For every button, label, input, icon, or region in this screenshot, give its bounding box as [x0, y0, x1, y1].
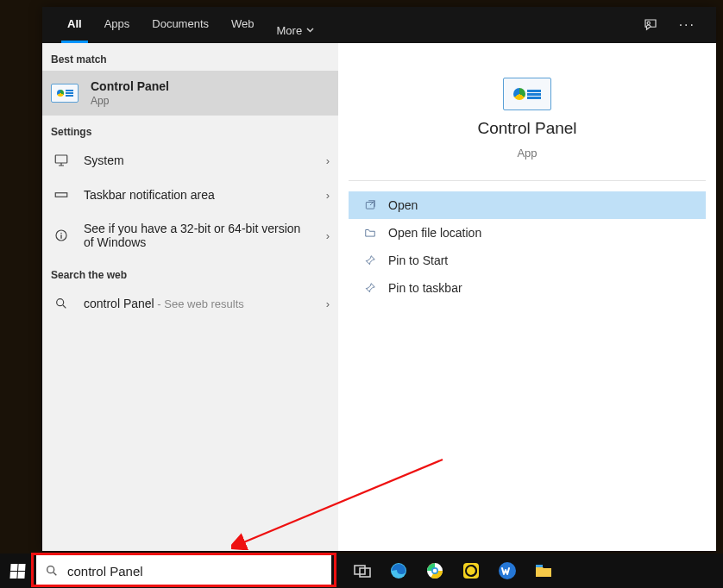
settings-item-label: Taskbar notification area	[84, 188, 314, 202]
pin-icon	[364, 254, 376, 266]
svg-point-17	[499, 562, 516, 579]
settings-item-system[interactable]: System ›	[42, 143, 338, 178]
svg-rect-6	[366, 203, 374, 210]
control-panel-icon	[503, 78, 551, 110]
start-button[interactable]	[0, 554, 35, 588]
svg-point-14	[433, 569, 437, 573]
svg-point-4	[60, 233, 62, 235]
task-view-icon	[352, 560, 373, 581]
best-match-title: Control Panel	[91, 79, 330, 93]
file-explorer-icon	[533, 560, 554, 581]
section-best-match: Best match	[42, 43, 338, 71]
pin-icon	[364, 282, 376, 294]
wps-icon	[497, 560, 518, 581]
monitor-icon	[51, 153, 72, 168]
search-tabs: All Apps Documents Web More ···	[42, 7, 716, 43]
edge-icon	[388, 560, 409, 581]
preview-title: Control Panel	[477, 119, 576, 138]
chevron-right-icon: ›	[326, 189, 330, 202]
settings-item-32-64-bit[interactable]: See if you have a 32-bit or 64-bit versi…	[42, 212, 338, 259]
web-result-suffix: - See web results	[154, 297, 244, 310]
svg-point-0	[647, 22, 650, 24]
chrome-icon	[424, 560, 445, 581]
preview-column: Control Panel App Open Open file locatio…	[338, 43, 716, 551]
taskbar-app-wps[interactable]	[490, 554, 525, 588]
feedback-icon[interactable]	[643, 17, 658, 33]
results-column: Best match Control Panel App Settings Sy…	[42, 43, 338, 551]
windows-logo-icon	[9, 564, 25, 579]
action-open[interactable]: Open	[349, 191, 706, 219]
taskbar-app-edge[interactable]	[381, 554, 416, 588]
taskbar-app-explorer[interactable]	[526, 554, 561, 588]
taskbar-search[interactable]	[36, 555, 331, 586]
info-icon	[51, 228, 72, 243]
control-panel-icon	[51, 84, 79, 103]
web-result-query: control Panel	[84, 297, 154, 310]
chevron-right-icon: ›	[326, 154, 330, 167]
taskbar-app-potplayer[interactable]	[454, 554, 488, 588]
action-pin-to-start[interactable]: Pin to Start	[349, 247, 706, 274]
section-search-web: Search the web	[42, 259, 338, 286]
svg-point-8	[47, 566, 54, 573]
task-view-button[interactable]	[345, 554, 380, 588]
action-label: Open	[388, 198, 418, 212]
best-match-subtitle: App	[91, 95, 330, 107]
potplayer-icon	[461, 560, 481, 581]
chevron-right-icon: ›	[326, 229, 330, 242]
more-options-icon[interactable]: ···	[679, 18, 695, 32]
preview-subtitle: App	[517, 147, 537, 160]
preview-actions: Open Open file location Pin to Start Pin…	[349, 190, 706, 302]
action-label: Pin to Start	[388, 253, 448, 267]
chevron-right-icon: ›	[326, 297, 330, 310]
action-label: Pin to taskbar	[388, 281, 462, 295]
chevron-down-icon	[306, 28, 314, 33]
search-icon	[51, 297, 72, 310]
svg-rect-1	[55, 155, 67, 163]
open-icon	[364, 199, 376, 211]
folder-icon	[364, 227, 376, 239]
action-label: Open file location	[388, 226, 481, 240]
tab-all[interactable]: All	[56, 7, 93, 43]
tab-apps[interactable]: Apps	[93, 7, 141, 43]
svg-rect-18	[536, 565, 543, 567]
settings-item-label: See if you have a 32-bit or 64-bit versi…	[84, 222, 314, 249]
settings-item-taskbar-notification[interactable]: Taskbar notification area ›	[42, 178, 338, 212]
result-best-control-panel[interactable]: Control Panel App	[42, 71, 338, 116]
search-input[interactable]	[67, 564, 323, 579]
preview-card: Control Panel App	[349, 53, 706, 181]
section-settings: Settings	[42, 116, 338, 143]
taskbar-icon	[51, 187, 72, 203]
start-search-panel: All Apps Documents Web More ··· Best mat…	[42, 7, 716, 551]
tab-web[interactable]: Web	[220, 7, 266, 43]
tab-documents[interactable]: Documents	[141, 7, 220, 43]
taskbar-app-chrome[interactable]	[418, 554, 452, 588]
taskbar	[0, 554, 723, 588]
tab-more[interactable]: More	[266, 7, 326, 43]
tab-more-label: More	[277, 24, 303, 37]
search-icon	[45, 564, 59, 578]
svg-point-5	[57, 299, 64, 306]
settings-item-label: System	[84, 153, 314, 167]
action-pin-to-taskbar[interactable]: Pin to taskbar	[349, 274, 706, 302]
svg-rect-2	[55, 193, 67, 197]
action-open-file-location[interactable]: Open file location	[349, 219, 706, 247]
web-result-control-panel[interactable]: control Panel - See web results ›	[42, 286, 338, 321]
